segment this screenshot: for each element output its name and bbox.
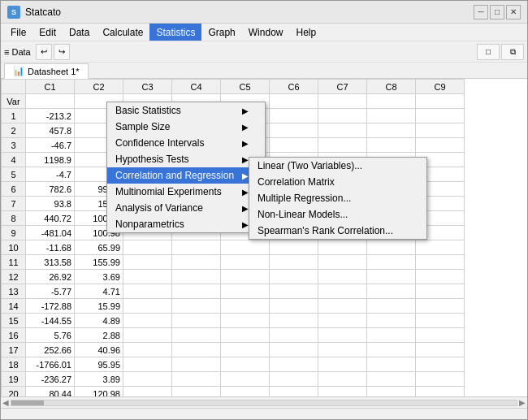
table-cell[interactable] <box>221 314 270 328</box>
toolbar-icon-3[interactable]: □ <box>477 44 500 60</box>
table-cell[interactable] <box>367 372 416 387</box>
table-cell[interactable] <box>416 299 465 314</box>
table-cell[interactable] <box>270 343 318 357</box>
table-cell[interactable] <box>318 284 367 299</box>
table-cell[interactable] <box>123 372 172 387</box>
table-cell[interactable] <box>416 284 465 299</box>
table-cell[interactable] <box>270 372 318 387</box>
table-cell[interactable] <box>416 240 465 255</box>
menu-help[interactable]: Help <box>289 24 322 41</box>
table-cell[interactable] <box>123 284 172 299</box>
table-cell[interactable] <box>367 270 416 284</box>
table-cell[interactable] <box>416 387 465 397</box>
table-cell[interactable] <box>367 343 416 357</box>
table-cell[interactable] <box>367 240 416 255</box>
table-cell[interactable] <box>172 387 221 397</box>
menu-calculate[interactable]: Calculate <box>96 24 149 41</box>
table-cell[interactable] <box>123 357 172 372</box>
table-cell[interactable] <box>172 255 221 270</box>
table-cell[interactable] <box>221 270 270 284</box>
menu-multinomial[interactable]: Multinomial Experiments ▶ <box>107 184 265 200</box>
menu-graph[interactable]: Graph <box>201 24 241 41</box>
table-cell[interactable]: 1198.9 <box>26 153 75 167</box>
table-cell[interactable] <box>270 240 318 255</box>
table-cell[interactable]: 65.99 <box>75 240 123 255</box>
table-cell[interactable] <box>221 372 270 387</box>
table-cell[interactable] <box>221 343 270 357</box>
table-cell[interactable]: 782.6 <box>26 182 75 197</box>
table-cell[interactable]: 3.89 <box>75 372 123 387</box>
table-cell[interactable]: -1766.01 <box>26 357 75 372</box>
maximize-button[interactable]: □ <box>490 5 504 19</box>
table-cell[interactable] <box>416 270 465 284</box>
table-cell[interactable]: -5.77 <box>26 284 75 299</box>
table-cell[interactable]: -46.7 <box>26 138 75 153</box>
table-cell[interactable]: 5.76 <box>26 328 75 343</box>
table-cell[interactable]: 252.66 <box>26 343 75 357</box>
datasheet-tab[interactable]: 📊 Datasheet 1* <box>4 63 89 79</box>
table-cell[interactable] <box>318 138 367 153</box>
toolbar-icon-4[interactable]: ⧉ <box>501 44 524 60</box>
table-cell[interactable] <box>416 372 465 387</box>
table-cell[interactable] <box>221 284 270 299</box>
table-cell[interactable] <box>367 299 416 314</box>
table-cell[interactable] <box>318 123 367 138</box>
toolbar-icon-1[interactable]: ↩ <box>36 44 52 60</box>
table-cell[interactable]: -144.55 <box>26 314 75 328</box>
menu-edit[interactable]: Edit <box>32 24 63 41</box>
table-cell[interactable]: -172.88 <box>26 299 75 314</box>
statistics-dropdown[interactable]: Basic Statistics ▶ Sample Size ▶ Confide… <box>106 102 266 233</box>
menu-hypothesis-tests[interactable]: Hypothesis Tests ▶ <box>107 151 265 167</box>
menu-statistics[interactable]: Statistics <box>149 24 201 41</box>
table-cell[interactable] <box>416 343 465 357</box>
table-cell[interactable] <box>172 328 221 343</box>
table-cell[interactable] <box>221 299 270 314</box>
menu-file[interactable]: File <box>4 24 32 41</box>
scroll-arrow-right[interactable]: ▶ <box>519 398 526 407</box>
table-cell[interactable] <box>416 109 465 123</box>
table-cell[interactable] <box>123 314 172 328</box>
table-cell[interactable] <box>270 299 318 314</box>
menu-data[interactable]: Data <box>63 24 96 41</box>
table-cell[interactable] <box>221 387 270 397</box>
table-cell[interactable] <box>367 314 416 328</box>
table-cell[interactable] <box>318 240 367 255</box>
table-cell[interactable] <box>416 123 465 138</box>
table-cell[interactable]: -236.27 <box>26 372 75 387</box>
table-cell[interactable] <box>270 138 318 153</box>
menu-nonparametrics[interactable]: Nonparametrics ▶ <box>107 216 265 232</box>
table-cell[interactable]: 440.72 <box>26 211 75 226</box>
table-cell[interactable] <box>416 255 465 270</box>
table-cell[interactable]: 95.95 <box>75 357 123 372</box>
table-cell[interactable] <box>221 255 270 270</box>
table-cell[interactable] <box>172 299 221 314</box>
table-cell[interactable]: -4.7 <box>26 167 75 182</box>
menu-correlation-regression[interactable]: Correlation and Regression ▶ <box>107 167 265 184</box>
table-cell[interactable] <box>270 328 318 343</box>
menu-confidence-intervals[interactable]: Confidence Intervals ▶ <box>107 135 265 151</box>
table-cell[interactable] <box>270 123 318 138</box>
table-cell[interactable]: -213.2 <box>26 109 75 123</box>
table-cell[interactable]: 80.44 <box>26 387 75 397</box>
table-cell[interactable] <box>318 372 367 387</box>
table-cell[interactable] <box>221 240 270 255</box>
table-cell[interactable] <box>318 299 367 314</box>
menu-spearman[interactable]: Spearman's Rank Correlation... <box>249 223 426 239</box>
table-cell[interactable]: 457.8 <box>26 123 75 138</box>
table-cell[interactable] <box>270 387 318 397</box>
table-cell[interactable]: 93.8 <box>26 197 75 211</box>
table-cell[interactable]: -481.04 <box>26 226 75 240</box>
table-cell[interactable] <box>172 270 221 284</box>
table-cell[interactable]: 4.89 <box>75 314 123 328</box>
table-cell[interactable] <box>270 270 318 284</box>
table-cell[interactable] <box>367 109 416 123</box>
table-cell[interactable]: 40.96 <box>75 343 123 357</box>
table-cell[interactable] <box>221 328 270 343</box>
table-cell[interactable] <box>416 328 465 343</box>
table-cell[interactable]: 3.69 <box>75 270 123 284</box>
scroll-arrow-left[interactable]: ◀ <box>2 398 9 407</box>
table-cell[interactable] <box>318 314 367 328</box>
correlation-regression-submenu[interactable]: Linear (Two Variables)... Correlation Ma… <box>249 157 427 240</box>
menu-basic-statistics[interactable]: Basic Statistics ▶ <box>107 102 265 119</box>
table-cell[interactable]: 313.58 <box>26 255 75 270</box>
